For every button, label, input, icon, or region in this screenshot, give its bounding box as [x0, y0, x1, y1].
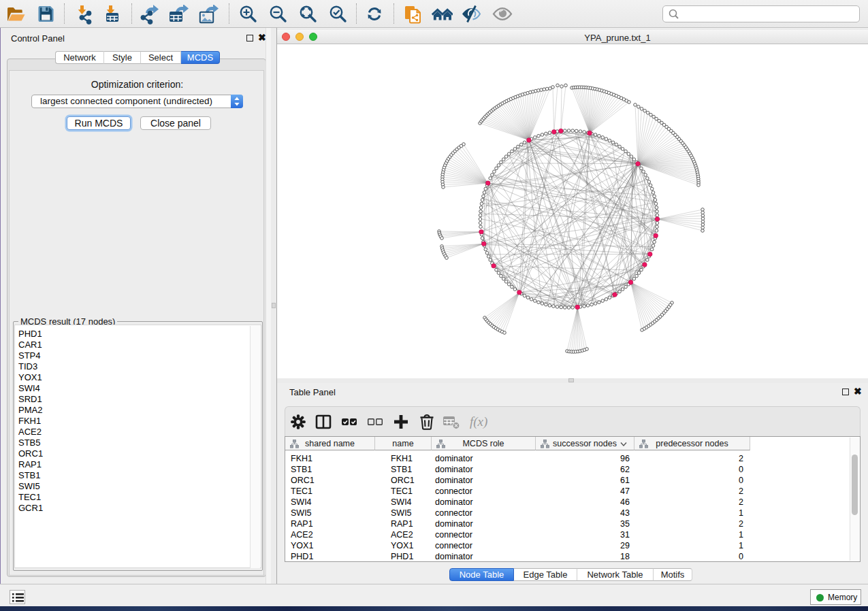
svg-text:f(x): f(x): [470, 414, 487, 429]
